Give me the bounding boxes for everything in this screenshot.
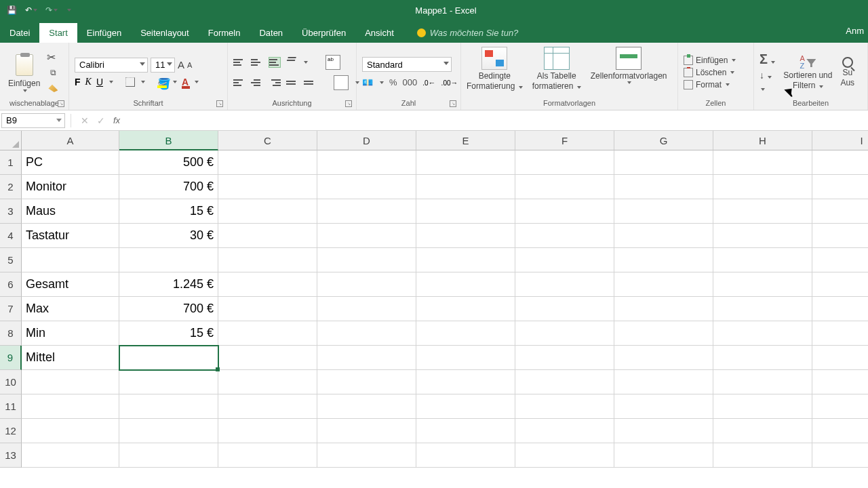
cell-D7[interactable] bbox=[317, 297, 416, 321]
cell-B9[interactable] bbox=[119, 346, 218, 370]
tab-review[interactable]: Überprüfen bbox=[292, 23, 355, 43]
cell-G10[interactable] bbox=[614, 370, 713, 394]
cell-D1[interactable] bbox=[317, 150, 416, 175]
cell-I3[interactable] bbox=[812, 199, 868, 224]
row-header-8[interactable]: 8 bbox=[0, 321, 22, 346]
cell-A13[interactable] bbox=[22, 443, 119, 468]
cell-H3[interactable] bbox=[713, 199, 812, 224]
cell-C12[interactable] bbox=[218, 419, 317, 443]
cell-B11[interactable] bbox=[119, 394, 218, 419]
fx-icon[interactable]: fx bbox=[113, 115, 120, 125]
cell-B8[interactable]: 15 € bbox=[119, 321, 218, 346]
cell-H9[interactable] bbox=[713, 346, 812, 370]
tab-view[interactable]: Ansicht bbox=[355, 23, 403, 43]
cell-G6[interactable] bbox=[614, 272, 713, 297]
cell-C6[interactable] bbox=[218, 272, 317, 297]
sort-filter-button[interactable]: Sortieren und Filtern bbox=[783, 54, 832, 91]
save-icon[interactable]: 💾 bbox=[7, 5, 17, 15]
cell-C8[interactable] bbox=[218, 321, 317, 346]
cell-F12[interactable] bbox=[515, 419, 614, 443]
column-header-D[interactable]: D bbox=[317, 131, 416, 150]
cell-C2[interactable] bbox=[218, 175, 317, 199]
increase-decimal-icon[interactable]: .0← bbox=[422, 79, 435, 87]
cell-E13[interactable] bbox=[416, 443, 515, 468]
column-header-I[interactable]: I bbox=[812, 131, 868, 150]
number-format-combo[interactable]: Standard bbox=[362, 57, 452, 72]
cell-D12[interactable] bbox=[317, 419, 416, 443]
decrease-indent-icon[interactable] bbox=[286, 77, 298, 88]
cell-C10[interactable] bbox=[218, 370, 317, 394]
cell-I7[interactable] bbox=[812, 297, 868, 321]
italic-button[interactable]: K bbox=[85, 77, 92, 87]
cell-H5[interactable] bbox=[713, 248, 812, 272]
cell-G7[interactable] bbox=[614, 297, 713, 321]
cell-G13[interactable] bbox=[614, 443, 713, 468]
cell-E12[interactable] bbox=[416, 419, 515, 443]
cell-B13[interactable] bbox=[119, 443, 218, 468]
cell-A4[interactable]: Tastatur bbox=[22, 224, 119, 248]
cell-E1[interactable] bbox=[416, 150, 515, 175]
cell-G9[interactable] bbox=[614, 346, 713, 370]
cell-E8[interactable] bbox=[416, 321, 515, 346]
cell-A7[interactable]: Max bbox=[22, 297, 119, 321]
cell-I9[interactable] bbox=[812, 346, 868, 370]
font-name-combo[interactable]: Calibri bbox=[75, 58, 148, 73]
tab-file[interactable]: Datei bbox=[0, 23, 39, 43]
row-header-5[interactable]: 5 bbox=[0, 248, 22, 272]
cell-styles-button[interactable]: Zellenformatvorlagen bbox=[591, 47, 667, 84]
cell-G8[interactable] bbox=[614, 321, 713, 346]
cell-C13[interactable] bbox=[218, 443, 317, 468]
cell-D8[interactable] bbox=[317, 321, 416, 346]
cell-G2[interactable] bbox=[614, 175, 713, 199]
cell-C5[interactable] bbox=[218, 248, 317, 272]
cell-F3[interactable] bbox=[515, 199, 614, 224]
cancel-formula-icon[interactable]: ✕ bbox=[81, 115, 89, 126]
cell-I12[interactable] bbox=[812, 419, 868, 443]
column-header-B[interactable]: B bbox=[119, 131, 218, 150]
tab-layout[interactable]: Seitenlayout bbox=[131, 23, 199, 43]
format-painter-icon[interactable] bbox=[47, 81, 59, 94]
align-left-icon[interactable] bbox=[233, 77, 245, 88]
cell-A2[interactable]: Monitor bbox=[22, 175, 119, 199]
cell-B7[interactable]: 700 € bbox=[119, 297, 218, 321]
cell-F1[interactable] bbox=[515, 150, 614, 175]
column-header-A[interactable]: A bbox=[22, 131, 119, 150]
insert-cells-button[interactable]: Einfügen bbox=[684, 56, 736, 65]
cell-G12[interactable] bbox=[614, 419, 713, 443]
cell-H4[interactable] bbox=[713, 224, 812, 248]
dialog-launcher-icon[interactable]: ↘ bbox=[345, 100, 352, 107]
cell-E3[interactable] bbox=[416, 199, 515, 224]
wrap-text-icon[interactable] bbox=[326, 55, 340, 70]
cell-C3[interactable] bbox=[218, 199, 317, 224]
cell-E9[interactable] bbox=[416, 346, 515, 370]
font-size-combo[interactable]: 11 bbox=[151, 58, 175, 73]
cell-E7[interactable] bbox=[416, 297, 515, 321]
cell-H12[interactable] bbox=[713, 419, 812, 443]
cell-C1[interactable] bbox=[218, 150, 317, 175]
paste-button[interactable]: Einfügen bbox=[5, 53, 43, 92]
cell-H7[interactable] bbox=[713, 297, 812, 321]
percent-format-icon[interactable]: % bbox=[389, 77, 397, 87]
column-header-E[interactable]: E bbox=[416, 131, 515, 150]
bold-button[interactable]: F bbox=[75, 77, 81, 87]
cell-F13[interactable] bbox=[515, 443, 614, 468]
align-right-icon[interactable] bbox=[269, 77, 281, 88]
accept-formula-icon[interactable]: ✓ bbox=[97, 115, 105, 126]
cell-B1[interactable]: 500 € bbox=[119, 150, 218, 175]
format-as-table-button[interactable]: Als Tabelle formatieren bbox=[532, 47, 581, 92]
increase-indent-icon[interactable] bbox=[304, 77, 316, 88]
underline-button[interactable]: U bbox=[96, 77, 103, 87]
cell-B10[interactable] bbox=[119, 370, 218, 394]
cell-H2[interactable] bbox=[713, 175, 812, 199]
cell-A3[interactable]: Maus bbox=[22, 199, 119, 224]
cell-B3[interactable]: 15 € bbox=[119, 199, 218, 224]
tab-start[interactable]: Start bbox=[39, 23, 77, 43]
cell-I10[interactable] bbox=[812, 370, 868, 394]
conditional-formatting-button[interactable]: Bedingte Formatierung bbox=[467, 47, 523, 92]
tab-data[interactable]: Daten bbox=[250, 23, 292, 43]
cell-D11[interactable] bbox=[317, 394, 416, 419]
cell-F2[interactable] bbox=[515, 175, 614, 199]
cell-E5[interactable] bbox=[416, 248, 515, 272]
cell-I1[interactable] bbox=[812, 150, 868, 175]
cell-A1[interactable]: PC bbox=[22, 150, 119, 175]
